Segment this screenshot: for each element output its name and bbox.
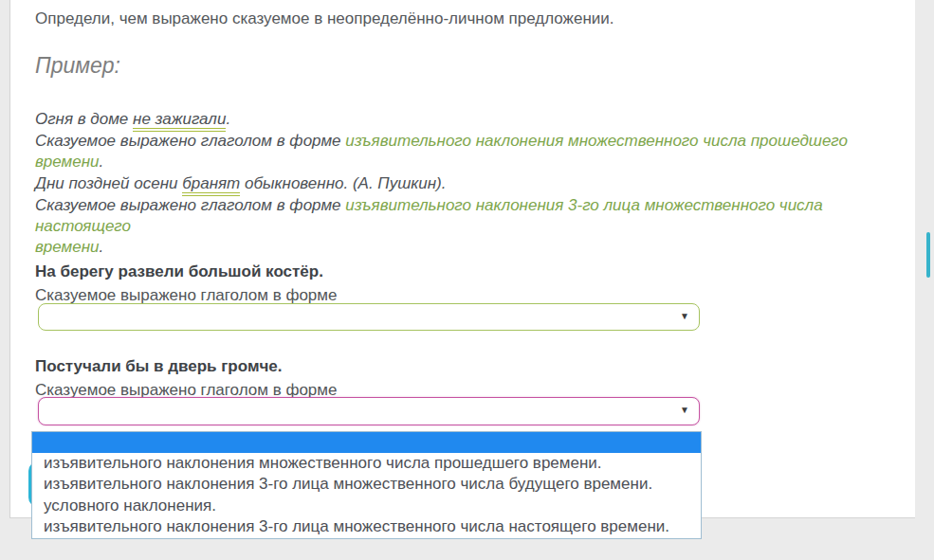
scrollbar-thumb[interactable] — [926, 232, 930, 278]
dropdown-option[interactable]: изъявительного наклонения множественного… — [32, 453, 701, 474]
example-2-explain-answer-line2: времени — [35, 238, 100, 256]
dropdown-options-list: изъявительного наклонения множественного… — [31, 431, 702, 539]
example-1-explain-prefix: Сказуемое выражено глаголом в форме — [35, 132, 345, 150]
example-2-sentence: Дни поздней осени бранят обыкновенно. (А… — [35, 173, 447, 194]
example-heading: Пример: — [35, 53, 120, 79]
question-2-mood-select[interactable]: ▼ — [38, 397, 700, 425]
scrollbar-track — [915, 0, 934, 560]
example-1-sentence: Огня в доме не зажигали. — [35, 109, 230, 130]
question-1-sentence: На берегу развели большой костёр. — [35, 262, 323, 282]
exercise-page: Определи, чем выражено сказуемое в неопр… — [0, 0, 934, 560]
dropdown-option[interactable]: изъявительного наклонения 3-го лица множ… — [32, 474, 701, 495]
question-2-sentence: Постучали бы в дверь громче. — [35, 356, 283, 377]
example-1-sentence-suffix: . — [226, 110, 230, 128]
example-1-explanation: Сказуемое выражено глаголом в форме изъя… — [35, 131, 915, 172]
example-2-explain-prefix: Сказуемое выражено глаголом в форме — [35, 196, 345, 214]
example-2-explanation: Сказуемое выражено глаголом в форме изъя… — [35, 195, 888, 258]
question-1-mood-select[interactable]: ▼ — [38, 303, 700, 331]
dropdown-option-empty[interactable] — [32, 432, 701, 453]
example-2-explain-suffix: . — [100, 238, 104, 256]
task-instruction: Определи, чем выражено сказуемое в неопр… — [35, 9, 614, 29]
example-2-sentence-prefix: Дни поздней осени — [35, 174, 182, 192]
example-2-predicate: бранят — [182, 174, 240, 196]
chevron-down-icon: ▼ — [680, 311, 689, 321]
dropdown-option[interactable]: условного наклонения. — [32, 496, 701, 516]
dropdown-option[interactable]: изъявительного наклонения 3-го лица множ… — [32, 516, 701, 537]
example-1-sentence-prefix: Огня в доме — [35, 110, 133, 128]
example-1-predicate: не зажигали — [133, 110, 226, 132]
example-2-sentence-suffix: обыкновенно. (А. Пушкин). — [240, 174, 446, 192]
chevron-down-icon: ▼ — [680, 405, 689, 415]
example-1-explain-suffix: . — [100, 153, 104, 171]
